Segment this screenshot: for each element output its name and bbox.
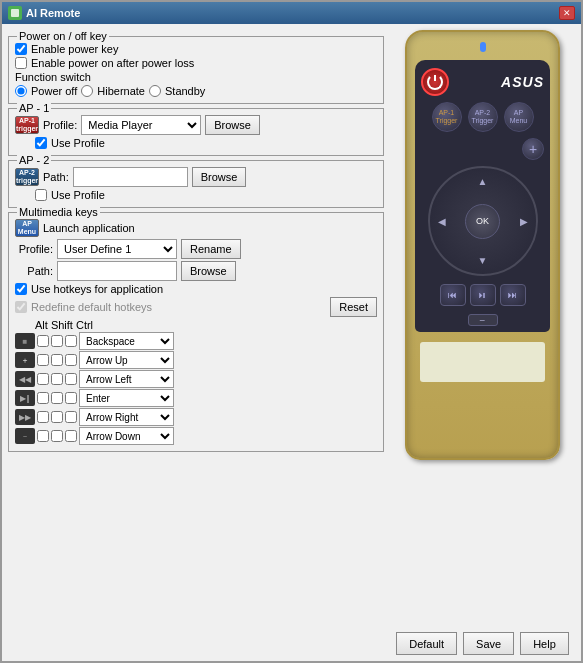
redefine-row: Redefine default hotkeys Reset [15,297,377,317]
ap2-path-label: Path: [43,171,69,183]
next-button-remote[interactable]: ⏭ [500,284,526,306]
ap2-use-profile-label: Use Profile [51,189,105,201]
nav-left-button[interactable]: ◀ [438,216,446,227]
enable-after-loss-label: Enable power on after power loss [31,57,194,69]
hotkey-row-5: －BackspaceEnterArrow UpArrow DownArrow L… [15,427,377,445]
remote-indicator [480,42,486,52]
use-hotkeys-checkbox[interactable] [15,283,27,295]
hotkey-select-5[interactable]: BackspaceEnterArrow UpArrow DownArrow Le… [79,427,174,445]
hotkey-select-0[interactable]: BackspaceEnterArrow UpArrow DownArrow Le… [79,332,174,350]
hotkey-cb-2-0[interactable] [37,373,49,385]
hotkey-cb-3-2[interactable] [65,392,77,404]
nav-right-button[interactable]: ▶ [520,216,528,227]
ap1-group: AP - 1 AP-1trigger Profile: Media Player… [8,108,384,156]
alt-shift-ctrl-label: Alt Shift Ctrl [35,319,93,331]
hotkey-cb-5-1[interactable] [51,430,63,442]
add-icon: ＋ [15,352,35,368]
remote-row2: AP-1Trigger AP-2Trigger APMenu [421,102,544,132]
default-button[interactable]: Default [396,632,457,655]
hotkey-select-4[interactable]: BackspaceEnterArrow UpArrow DownArrow Le… [79,408,174,426]
minus-button-remote[interactable]: − [468,314,498,326]
ap2-remote-button[interactable]: AP-2Trigger [468,102,498,132]
mm-browse-button[interactable]: Browse [181,261,236,281]
reset-button[interactable]: Reset [330,297,377,317]
ap2-use-profile-row: Use Profile [35,189,377,201]
play-button-remote[interactable]: ⏯ [470,284,496,306]
main-window: AI Remote ✕ Power on / off key Enable po… [0,0,583,663]
save-button[interactable]: Save [463,632,514,655]
ap2-group-title: AP - 2 [17,154,51,166]
nav-center-button[interactable]: OK [465,204,500,239]
function-switch-label: Function switch [15,71,91,83]
apmenu-remote-button[interactable]: APMenu [504,102,534,132]
hotkey-row-2: ◀◀BackspaceEnterArrow UpArrow DownArrow … [15,370,377,388]
hotkey-cb-4-2[interactable] [65,411,77,423]
enable-after-loss-row: Enable power on after power loss [15,57,377,69]
ap2-use-profile-checkbox[interactable] [35,189,47,201]
hotkey-cb-3-0[interactable] [37,392,49,404]
mm-profile-select[interactable]: User Define 1 User Define 2 [57,239,177,259]
rename-button[interactable]: Rename [181,239,241,259]
title-bar-left: AI Remote [8,6,80,20]
minus-icon: － [15,428,35,444]
hotkey-cb-0-1[interactable] [51,335,63,347]
prev-button-remote[interactable]: ⏮ [440,284,466,306]
help-button[interactable]: Help [520,632,569,655]
remote-playback: ⏮ ⏯ ⏭ [421,284,544,306]
svg-rect-0 [11,9,19,17]
power-group: Power on / off key Enable power key Enab… [8,36,384,104]
title-bar: AI Remote ✕ [2,2,581,24]
hotkey-select-3[interactable]: BackspaceEnterArrow UpArrow DownArrow Le… [79,389,174,407]
hotkey-cb-3-1[interactable] [51,392,63,404]
function-switch-row: Function switch [15,71,377,83]
hotkey-cb-4-1[interactable] [51,411,63,423]
enable-power-row: Enable power key [15,43,377,55]
apmenu-trigger: APMenu [15,219,39,237]
enable-power-checkbox[interactable] [15,43,27,55]
enable-after-loss-checkbox[interactable] [15,57,27,69]
ap1-remote-button[interactable]: AP-1Trigger [432,102,462,132]
power-group-title: Power on / off key [17,30,109,42]
hibernate-radio[interactable] [81,85,93,97]
hotkey-cb-0-2[interactable] [65,335,77,347]
alt-shift-ctrl-row: Alt Shift Ctrl [35,319,377,331]
ap2-browse-button[interactable]: Browse [192,167,247,187]
hotkey-cb-0-0[interactable] [37,335,49,347]
hotkey-cb-4-0[interactable] [37,411,49,423]
redefine-checkbox[interactable] [15,301,27,313]
ap1-profile-row: AP-1trigger Profile: Media Player User D… [15,115,377,135]
ap2-trigger: AP-2trigger [15,168,39,186]
hotkey-row-1: ＋BackspaceEnterArrow UpArrow DownArrow L… [15,351,377,369]
hotkey-select-2[interactable]: BackspaceEnterArrow UpArrow DownArrow Le… [79,370,174,388]
plus-button-remote[interactable]: + [522,138,544,160]
hotkey-cb-2-2[interactable] [65,373,77,385]
power-off-radio[interactable] [15,85,27,97]
nav-up-button[interactable]: ▲ [478,176,488,187]
left-panel: Power on / off key Enable power key Enab… [8,30,384,655]
ap1-browse-button[interactable]: Browse [205,115,260,135]
nav-down-button[interactable]: ▼ [478,255,488,266]
hotkey-cb-2-1[interactable] [51,373,63,385]
ap1-use-profile-checkbox[interactable] [35,137,47,149]
remote-top: ASUS AP-1Trigger AP-2Trigger APMenu + [415,60,550,332]
hotkey-cb-1-0[interactable] [37,354,49,366]
standby-radio[interactable] [149,85,161,97]
hotkey-row-3: ▶‖BackspaceEnterArrow UpArrow DownArrow … [15,389,377,407]
hotkey-cb-1-2[interactable] [65,354,77,366]
ap1-profile-select[interactable]: Media Player User Define 1 User Define 2 [81,115,201,135]
ap2-path-row: AP-2trigger Path: C:\Program Files\Inter… [15,167,377,187]
mm-path-input[interactable]: %ehome%ehshell.exe [57,261,177,281]
hotkey-cb-5-2[interactable] [65,430,77,442]
ap1-profile-label: Profile: [43,119,77,131]
ap2-path-input[interactable]: C:\Program Files\Inter [73,167,188,187]
nav-circle: ▲ ▼ ◀ ▶ OK [428,166,538,276]
hotkey-cb-5-0[interactable] [37,430,49,442]
stop-icon: ■ [15,333,35,349]
ap1-use-profile-row: Use Profile [35,137,377,149]
close-button[interactable]: ✕ [559,6,575,20]
power-mode-row: Power off Hibernate Standby [15,85,377,97]
hotkey-select-1[interactable]: BackspaceEnterArrow UpArrow DownArrow Le… [79,351,174,369]
hotkey-cb-1-1[interactable] [51,354,63,366]
power-button-remote[interactable] [421,68,449,96]
power-icon [427,74,443,90]
